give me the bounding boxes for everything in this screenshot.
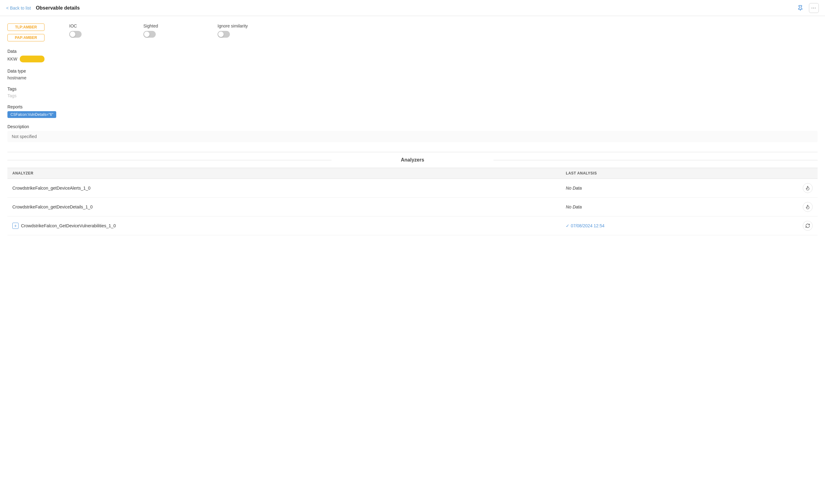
description-field-section: Description Not specified <box>7 124 818 142</box>
action-cell <box>798 217 818 235</box>
analyzer-name: CrowdstrikeFalcon_getDeviceAlerts_1_0 <box>12 186 90 190</box>
pap-badge[interactable]: PAP:AMBER <box>7 34 45 41</box>
fire-button[interactable] <box>803 202 813 212</box>
action-cell <box>798 179 818 198</box>
last-analysis-cell[interactable]: 07/08/2024 12:54 <box>561 217 798 235</box>
sighted-toggle-group: Sighted <box>143 23 218 38</box>
back-to-list-link[interactable]: Back to list <box>6 6 31 10</box>
table-row: CrowdstrikeFalcon_getDeviceDetails_1_0No… <box>7 198 818 217</box>
analyzers-title: Analyzers <box>7 157 818 163</box>
last-analysis-column-header: LAST ANALYSIS <box>561 168 798 179</box>
main-content: TLP:AMBER PAP:AMBER IOC Sighted Ignore s… <box>0 16 825 504</box>
data-type-label: Data type <box>7 69 818 74</box>
data-type-field-section: Data type hostname <box>7 69 818 80</box>
ioc-label: IOC <box>69 23 77 28</box>
data-label: Data <box>7 49 818 54</box>
top-section: TLP:AMBER PAP:AMBER IOC Sighted Ignore s… <box>7 23 818 41</box>
tags-field-section: Tags Tags <box>7 86 818 98</box>
ioc-toggle[interactable] <box>69 31 82 38</box>
analyzers-table: ANALYZER LAST ANALYSIS CrowdstrikeFalcon… <box>7 168 818 235</box>
refresh-button[interactable] <box>803 221 813 231</box>
data-field-section: Data KKW <box>7 49 818 62</box>
ignore-similarity-toggle-group: Ignore similarity <box>218 23 292 38</box>
table-row: +CrowdstrikeFalcon_GetDeviceVulnerabilit… <box>7 217 818 235</box>
reports-field-section: Reports CSFalcon:VulnDetails="6" <box>7 104 818 118</box>
toggles-row: IOC Sighted Ignore similarity <box>69 23 818 38</box>
analyzer-column-header: ANALYZER <box>7 168 561 179</box>
analyzer-name: CrowdstrikeFalcon_GetDeviceVulnerabiliti… <box>21 223 116 228</box>
ignore-similarity-toggle[interactable] <box>218 31 230 38</box>
table-row: CrowdstrikeFalcon_getDeviceAlerts_1_0No … <box>7 179 818 198</box>
report-badge[interactable]: CSFalcon:VulnDetails="6" <box>7 111 56 118</box>
expand-icon[interactable]: + <box>12 223 18 229</box>
data-row: KKW <box>7 56 818 62</box>
analyzer-name-cell: CrowdstrikeFalcon_getDeviceDetails_1_0 <box>7 198 561 217</box>
data-type-value: hostname <box>7 75 818 80</box>
reports-label: Reports <box>7 104 818 109</box>
action-column-header <box>798 168 818 179</box>
page-title: Observable details <box>36 5 80 11</box>
description-label: Description <box>7 124 818 129</box>
data-value-text: KKW <box>7 57 17 62</box>
description-value: Not specified <box>7 131 818 142</box>
analyzers-section: Analyzers ANALYZER LAST ANALYSIS Crowdst… <box>7 152 818 235</box>
action-cell <box>798 198 818 217</box>
table-header-row: ANALYZER LAST ANALYSIS <box>7 168 818 179</box>
tlp-badge[interactable]: TLP:AMBER <box>7 23 45 31</box>
analyzer-name: CrowdstrikeFalcon_getDeviceDetails_1_0 <box>12 204 93 209</box>
analyzer-name-cell: CrowdstrikeFalcon_getDeviceAlerts_1_0 <box>7 179 561 198</box>
sighted-toggle[interactable] <box>143 31 156 38</box>
data-highlight <box>20 56 45 62</box>
pin-icon[interactable] <box>795 3 805 13</box>
analyzer-name-cell: +CrowdstrikeFalcon_GetDeviceVulnerabilit… <box>7 217 561 235</box>
ignore-similarity-label: Ignore similarity <box>218 23 248 28</box>
sighted-label: Sighted <box>143 23 158 28</box>
header-actions: ··· <box>795 3 819 13</box>
tags-placeholder[interactable]: Tags <box>7 93 818 98</box>
tags-label: Tags <box>7 86 818 91</box>
badges-column: TLP:AMBER PAP:AMBER <box>7 23 69 41</box>
last-analysis-cell: No Data <box>561 198 798 217</box>
ioc-toggle-group: IOC <box>69 23 143 38</box>
last-analysis-cell: No Data <box>561 179 798 198</box>
header: Back to list Observable details ··· <box>0 0 825 16</box>
more-options-icon[interactable]: ··· <box>809 3 819 13</box>
analysis-link[interactable]: 07/08/2024 12:54 <box>566 223 793 228</box>
fire-button[interactable] <box>803 183 813 193</box>
